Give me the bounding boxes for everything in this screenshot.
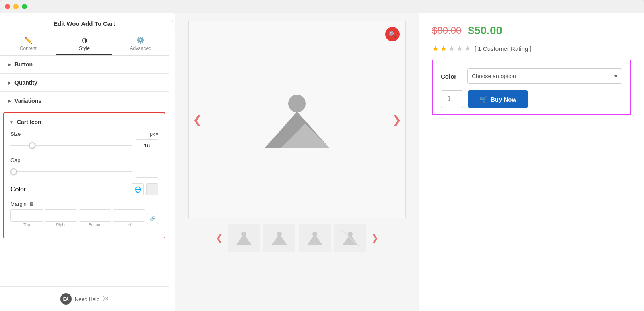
variation-box: Color Choose an option 1 🛒 Buy Now [432, 60, 631, 115]
tab-content-label: Content [20, 46, 37, 51]
buy-now-button[interactable]: 🛒 Buy Now [468, 90, 528, 108]
window-chrome [0, 0, 644, 13]
content-icon: ✏️ [24, 36, 32, 44]
globe-button[interactable]: 🌐 [132, 183, 144, 195]
margin-link-button[interactable]: 🔗 [147, 213, 158, 224]
thumb-next-button[interactable]: ❯ [369, 233, 380, 243]
panel-collapse-button[interactable]: ‹ [169, 13, 175, 29]
size-control: Size px ▾ 16 [10, 131, 158, 151]
app-container: Edit Woo Add To Cart ✏️ Content ◑ Style … [0, 13, 644, 311]
maximize-button[interactable] [22, 4, 27, 9]
main-image-container: 🔍 ❮ ❯ [188, 21, 406, 218]
unit-chevron-icon: ▾ [156, 131, 158, 137]
margin-right-wrap: Right [45, 209, 77, 227]
margin-control: Margin 🖥 Top Right [10, 201, 158, 227]
gap-slider-row [10, 166, 158, 178]
product-image-placeholder [257, 83, 337, 156]
right-panel: $80.00 $50.00 ★ ★ ★ ★ ★ [ 1 Customer Rat… [419, 13, 644, 311]
size-number-input[interactable]: 16 [136, 139, 158, 151]
tab-advanced[interactable]: ⚙️ Advanced [112, 32, 169, 55]
panel-title: Edit Woo Add To Cart [0, 13, 169, 32]
margin-top-wrap: Top [10, 209, 43, 227]
svg-point-0 [288, 95, 306, 112]
tab-content[interactable]: ✏️ Content [0, 32, 56, 55]
tab-style[interactable]: ◑ Style [56, 32, 113, 55]
price-row: $80.00 $50.00 [432, 24, 631, 37]
center-panel: 🔍 ❮ ❯ ❮ [175, 13, 419, 311]
accordion-quantity-label: Quantity [14, 79, 37, 86]
prev-image-button[interactable]: ❮ [193, 113, 202, 126]
thumbnail-3[interactable] [299, 224, 331, 252]
gap-slider[interactable] [10, 171, 132, 172]
thumbnail-4[interactable] [334, 224, 366, 252]
left-panel: Edit Woo Add To Cart ✏️ Content ◑ Style … [0, 13, 169, 311]
gap-control: Gap [10, 157, 158, 178]
tab-style-label: Style [79, 46, 90, 51]
unit-label: px [150, 131, 155, 137]
star-4: ★ [456, 44, 463, 53]
tabs: ✏️ Content ◑ Style ⚙️ Advanced [0, 32, 169, 56]
buy-now-label: Buy Now [491, 96, 516, 103]
margin-left-wrap: Left [113, 209, 145, 227]
color-swatch[interactable] [146, 183, 158, 195]
margin-bottom-wrap: Bottom [79, 209, 111, 227]
color-label: Color [10, 186, 26, 193]
sale-price: $50.00 [468, 24, 502, 37]
margin-label: Margin [10, 201, 27, 207]
size-slider[interactable] [10, 145, 132, 146]
thumbnail-2[interactable] [263, 224, 295, 252]
thumb-prev-button[interactable]: ❮ [214, 233, 225, 243]
star-5: ★ [464, 44, 471, 53]
search-badge[interactable]: 🔍 [385, 27, 400, 41]
unit-selector[interactable]: px ▾ [150, 131, 158, 137]
svg-marker-8 [307, 234, 323, 245]
size-slider-row: 16 [10, 139, 158, 151]
cart-icon-arrow-icon: ▼ [10, 120, 14, 124]
svg-marker-6 [271, 234, 287, 245]
next-image-button[interactable]: ❯ [392, 113, 401, 126]
tab-advanced-label: Advanced [130, 46, 151, 51]
accordion-button: ▶ Button [0, 56, 169, 74]
need-help-link[interactable]: Need Help [75, 296, 99, 302]
close-button[interactable] [5, 4, 10, 9]
accordion-variations-label: Variations [14, 97, 41, 104]
gap-number-input[interactable] [136, 166, 158, 178]
size-label: Size [10, 131, 21, 137]
add-to-cart-row: 1 🛒 Buy Now [441, 90, 622, 108]
help-icon[interactable]: ⓪ [103, 295, 108, 303]
accordion-cart-icon-label: Cart Icon [17, 119, 41, 125]
svg-marker-4 [236, 234, 252, 245]
thumbnails-strip: ❮ ❯ [214, 224, 380, 252]
color-controls: 🌐 [132, 183, 158, 195]
margin-top-label: Top [23, 223, 30, 227]
accordion-variations-header[interactable]: ▶ Variations [0, 92, 169, 110]
margin-bottom-input[interactable] [79, 209, 111, 222]
margin-left-input[interactable] [113, 209, 145, 222]
margin-inputs: Top Right Bottom [10, 209, 158, 227]
ea-logo: EA [60, 293, 72, 305]
quantity-input[interactable]: 1 [441, 90, 463, 108]
accordion-button-header[interactable]: ▶ Button [0, 56, 169, 73]
accordion-button-label: Button [14, 61, 33, 68]
style-icon: ◑ [82, 36, 87, 44]
gap-label-row: Gap [10, 157, 158, 163]
rating-row: ★ ★ ★ ★ ★ [ 1 Customer Rating ] [432, 44, 631, 53]
need-help-section: EA Need Help ⓪ [0, 286, 169, 311]
margin-right-input[interactable] [45, 209, 77, 222]
margin-top-input[interactable] [10, 209, 43, 222]
thumbnail-1[interactable] [228, 224, 260, 252]
accordion-variations: ▶ Variations [0, 92, 169, 110]
color-control: Color 🌐 [10, 183, 158, 195]
stars: ★ ★ ★ ★ ★ [432, 44, 471, 53]
variation-color-label: Color [441, 73, 461, 80]
panel-content: ▶ Button ▶ Quantity ▶ Variations [0, 56, 169, 286]
margin-left-label: Left [126, 223, 132, 227]
margin-bottom-label: Bottom [89, 223, 101, 227]
gap-label: Gap [10, 157, 21, 163]
accordion-cart-icon-header[interactable]: ▼ Cart Icon [4, 115, 165, 129]
ea-logo-text: EA [63, 297, 69, 301]
minimize-button[interactable] [13, 4, 19, 9]
variation-color-select[interactable]: Choose an option [467, 68, 622, 84]
accordion-quantity-header[interactable]: ▶ Quantity [0, 74, 169, 91]
star-3: ★ [448, 44, 455, 53]
